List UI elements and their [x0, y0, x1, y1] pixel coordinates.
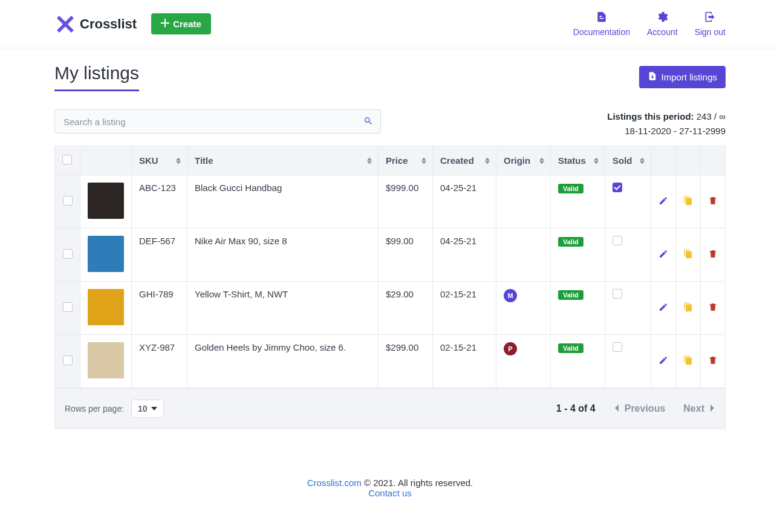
footer: Crosslist.com © 2021. All rights reserve…: [0, 453, 780, 516]
rpp-label: Rows per page:: [65, 404, 124, 414]
document-icon: [596, 11, 608, 25]
cell-created: 04-25-21: [433, 175, 496, 229]
listing-thumbnail[interactable]: [88, 236, 124, 272]
delete-button[interactable]: [708, 197, 718, 207]
cell-sold: [605, 229, 651, 282]
chevron-left-icon: [614, 403, 620, 414]
nav-account-label: Account: [647, 27, 678, 37]
sold-checkbox[interactable]: [613, 289, 622, 299]
pager: 1 - 4 of 4 Previous Next: [556, 403, 715, 414]
cell-sku: DEF-567: [132, 229, 187, 282]
col-edit: [651, 146, 676, 175]
listing-thumbnail[interactable]: [88, 289, 124, 325]
import-listings-label: Import listings: [661, 72, 717, 82]
delete-button[interactable]: [708, 303, 718, 314]
search-box: [54, 109, 381, 134]
search-button[interactable]: [356, 110, 380, 133]
sort-icon: [367, 157, 372, 164]
status-badge: Valid: [558, 290, 583, 300]
cell-origin: P: [496, 335, 551, 388]
nav-documentation[interactable]: Documentation: [573, 11, 630, 37]
footer-link-site[interactable]: Crosslist.com: [307, 478, 362, 488]
origin-badge: M: [504, 289, 517, 302]
table-row: DEF-567 Nike Air Max 90, size 8 $99.00 0…: [55, 229, 725, 282]
edit-button[interactable]: [658, 250, 668, 261]
col-sku[interactable]: SKU: [132, 146, 187, 175]
nav-account[interactable]: Account: [647, 11, 678, 37]
nav-links: Documentation Account Sign out: [573, 11, 726, 37]
status-badge: Valid: [558, 343, 583, 353]
cell-title: Black Gucci Handbag: [187, 175, 379, 229]
select-all-checkbox[interactable]: [62, 155, 72, 164]
col-sold[interactable]: Sold: [605, 146, 651, 175]
stats-count: 243: [697, 111, 712, 122]
delete-button[interactable]: [708, 357, 718, 367]
table-row: ABC-123 Black Gucci Handbag $999.00 04-2…: [55, 175, 725, 229]
cell-sold: [605, 282, 651, 335]
delete-button[interactable]: [708, 250, 718, 261]
navbar: Crosslist Create Documentation Account: [0, 0, 780, 48]
duplicate-button[interactable]: [683, 303, 693, 314]
nav-signout-label: Sign out: [695, 27, 726, 37]
duplicate-button[interactable]: [683, 197, 693, 207]
sold-checkbox[interactable]: [613, 342, 622, 352]
signout-icon: [704, 11, 716, 25]
col-title[interactable]: Title: [187, 146, 379, 175]
edit-button[interactable]: [658, 303, 668, 314]
rpp-select[interactable]: 10: [131, 400, 164, 418]
duplicate-button[interactable]: [683, 357, 693, 367]
sort-icon: [176, 157, 181, 164]
listing-thumbnail[interactable]: [88, 342, 124, 378]
cell-origin: [496, 175, 551, 229]
cell-price: $99.00: [379, 229, 433, 282]
import-listings-button[interactable]: Import listings: [639, 66, 726, 88]
cell-status: Valid: [551, 229, 605, 282]
cell-sold: [605, 175, 651, 229]
row-select-checkbox[interactable]: [63, 249, 73, 259]
table-row: XYZ-987 Golden Heels by Jimmy Choo, size…: [55, 335, 725, 388]
listing-thumbnail[interactable]: [88, 183, 124, 219]
stats-limit: ∞: [719, 111, 726, 122]
sort-icon: [421, 157, 426, 164]
cell-title: Golden Heels by Jimmy Choo, size 6.: [187, 335, 379, 388]
brand-logo[interactable]: Crosslist: [54, 13, 137, 35]
gear-icon: [656, 11, 668, 25]
row-select-checkbox[interactable]: [63, 355, 73, 365]
create-button[interactable]: Create: [151, 13, 211, 34]
cell-sold: [605, 335, 651, 388]
sort-icon: [539, 157, 544, 164]
listings-stats: Listings this period: 243 / ∞ 18-11-2020…: [607, 109, 726, 138]
edit-button[interactable]: [658, 197, 668, 207]
row-select-checkbox[interactable]: [63, 196, 73, 206]
origin-badge: P: [504, 342, 517, 355]
col-origin[interactable]: Origin: [496, 146, 551, 175]
table-row: GHI-789 Yellow T-Shirt, M, NWT $29.00 02…: [55, 282, 725, 335]
stats-daterange: 18-11-2020 - 27-11-2999: [607, 124, 726, 138]
nav-signout[interactable]: Sign out: [695, 11, 726, 37]
col-price[interactable]: Price: [379, 146, 433, 175]
rows-per-page: Rows per page: 10: [65, 400, 164, 418]
rpp-value: 10: [138, 404, 148, 414]
col-delete: [701, 146, 725, 175]
next-page[interactable]: Next: [683, 403, 715, 414]
chevron-down-icon: [151, 407, 157, 410]
nav-documentation-label: Documentation: [573, 27, 630, 37]
cell-created: 02-15-21: [433, 335, 496, 388]
col-check: [55, 146, 80, 175]
cell-sku: XYZ-987: [132, 335, 187, 388]
search-icon: [363, 116, 373, 128]
prev-page[interactable]: Previous: [614, 403, 666, 414]
cell-status: Valid: [551, 175, 605, 229]
sold-checkbox[interactable]: [613, 236, 622, 245]
footer-link-contact[interactable]: Contact us: [368, 488, 412, 498]
table-footer: Rows per page: 10 1 - 4 of 4 Previous Ne…: [54, 389, 726, 429]
sold-checkbox[interactable]: [613, 183, 622, 192]
search-input[interactable]: [55, 117, 356, 127]
cell-status: Valid: [551, 282, 605, 335]
row-select-checkbox[interactable]: [63, 302, 73, 312]
duplicate-button[interactable]: [683, 250, 693, 261]
col-status[interactable]: Status: [551, 146, 605, 175]
edit-button[interactable]: [658, 357, 668, 367]
col-created[interactable]: Created: [433, 146, 496, 175]
cell-origin: [496, 229, 551, 282]
